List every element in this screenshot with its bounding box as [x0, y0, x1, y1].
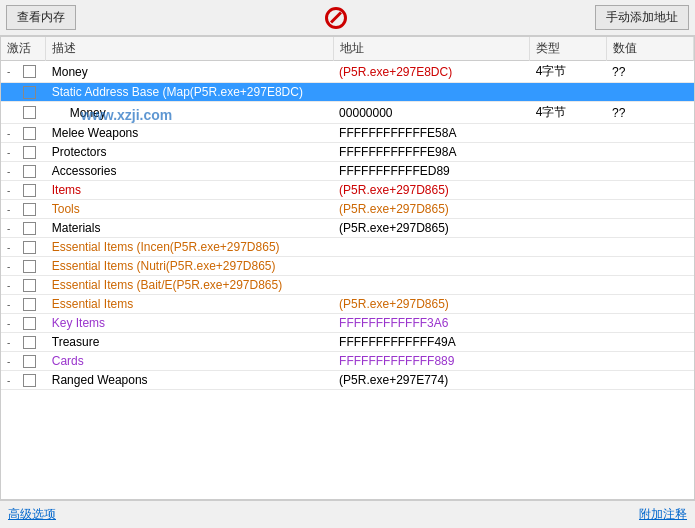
manual-add-button[interactable]: 手动添加地址: [595, 5, 689, 30]
expand-button[interactable]: -: [7, 299, 19, 310]
advanced-options-link[interactable]: 高级选项: [8, 506, 56, 523]
type-cell: 4字节: [530, 102, 606, 124]
table-row[interactable]: -AccessoriesFFFFFFFFFFFED89: [1, 162, 694, 181]
activate-cell[interactable]: -: [1, 333, 46, 352]
activate-cell[interactable]: -: [1, 200, 46, 219]
expand-button[interactable]: -: [7, 242, 19, 253]
table-row[interactable]: -Essential Items (Incen(P5R.exe+297D865): [1, 238, 694, 257]
desc-cell: Essential Items (Bait/E(P5R.exe+297D865): [46, 276, 333, 295]
desc-cell: Ranged Weapons: [46, 371, 333, 390]
row-checkbox[interactable]: [23, 317, 36, 330]
expand-button[interactable]: -: [7, 280, 19, 291]
row-checkbox[interactable]: [23, 336, 36, 349]
header-type: 类型: [530, 37, 606, 61]
activate-cell[interactable]: [1, 102, 46, 124]
row-checkbox[interactable]: [23, 127, 36, 140]
row-checkbox[interactable]: [23, 222, 36, 235]
expand-button[interactable]: -: [7, 261, 19, 272]
table-row[interactable]: -Key ItemsFFFFFFFFFFFF3A6: [1, 314, 694, 333]
table-row[interactable]: -Essential Items (Bait/E(P5R.exe+297D865…: [1, 276, 694, 295]
activate-cell[interactable]: -: [1, 352, 46, 371]
activate-cell[interactable]: -: [1, 219, 46, 238]
expand-button[interactable]: -: [7, 66, 19, 77]
expand-button[interactable]: -: [7, 356, 19, 367]
expand-button[interactable]: -: [7, 337, 19, 348]
header-desc: 描述: [46, 37, 333, 61]
address-cell: [333, 83, 530, 102]
value-cell: ??: [606, 102, 693, 124]
address-cell: [333, 257, 530, 276]
activate-cell[interactable]: -: [1, 61, 46, 83]
type-cell: [530, 371, 606, 390]
type-cell: [530, 333, 606, 352]
row-checkbox[interactable]: [23, 184, 36, 197]
table-row[interactable]: Money000000004字节??: [1, 102, 694, 124]
activate-cell[interactable]: -: [1, 295, 46, 314]
table-row[interactable]: -TreasureFFFFFFFFFFFFF49A: [1, 333, 694, 352]
row-checkbox[interactable]: [23, 146, 36, 159]
desc-cell: Key Items: [46, 314, 333, 333]
expand-button[interactable]: -: [7, 223, 19, 234]
value-cell: [606, 371, 693, 390]
table-row[interactable]: -ProtectorsFFFFFFFFFFFFE98A: [1, 143, 694, 162]
value-cell: [606, 276, 693, 295]
address-cell: (P5R.exe+297D865): [333, 181, 530, 200]
row-checkbox[interactable]: [23, 203, 36, 216]
type-cell: [530, 314, 606, 333]
table-row[interactable]: -Essential Items (Nutri(P5R.exe+297D865): [1, 257, 694, 276]
value-cell: [606, 219, 693, 238]
activate-cell[interactable]: -: [1, 371, 46, 390]
activate-cell[interactable]: -: [1, 238, 46, 257]
row-checkbox[interactable]: [23, 106, 36, 119]
table-row[interactable]: -Ranged Weapons(P5R.exe+297E774): [1, 371, 694, 390]
stop-circle: [325, 7, 347, 29]
table-row[interactable]: -Tools(P5R.exe+297D865): [1, 200, 694, 219]
check-memory-button[interactable]: 查看内存: [6, 5, 76, 30]
type-cell: [530, 124, 606, 143]
table-row[interactable]: -CardsFFFFFFFFFFFFF889: [1, 352, 694, 371]
row-checkbox[interactable]: [23, 374, 36, 387]
row-checkbox[interactable]: [23, 65, 36, 78]
expand-button[interactable]: -: [7, 185, 19, 196]
row-checkbox[interactable]: [23, 241, 36, 254]
desc-cell: Money: [46, 102, 333, 124]
activate-cell[interactable]: -: [1, 314, 46, 333]
row-checkbox[interactable]: [23, 86, 36, 99]
desc-cell: Treasure: [46, 333, 333, 352]
desc-cell: Accessories: [46, 162, 333, 181]
table-row[interactable]: Static Address Base (Map(P5R.exe+297E8DC…: [1, 83, 694, 102]
expand-button[interactable]: -: [7, 318, 19, 329]
expand-button[interactable]: -: [7, 375, 19, 386]
table-row[interactable]: -Melee WeaponsFFFFFFFFFFFFE58A: [1, 124, 694, 143]
activate-cell[interactable]: -: [1, 181, 46, 200]
row-checkbox[interactable]: [23, 298, 36, 311]
row-checkbox[interactable]: [23, 355, 36, 368]
address-cell: (P5R.exe+297E8DC): [333, 61, 530, 83]
address-cell: FFFFFFFFFFFED89: [333, 162, 530, 181]
activate-cell[interactable]: [1, 83, 46, 102]
table-row[interactable]: -Items(P5R.exe+297D865): [1, 181, 694, 200]
address-cell: FFFFFFFFFFFFE98A: [333, 143, 530, 162]
toolbar-center: [322, 6, 350, 30]
activate-cell[interactable]: -: [1, 257, 46, 276]
desc-cell: Essential Items (Nutri(P5R.exe+297D865): [46, 257, 333, 276]
type-cell: [530, 83, 606, 102]
expand-button[interactable]: -: [7, 147, 19, 158]
row-checkbox[interactable]: [23, 165, 36, 178]
activate-cell[interactable]: -: [1, 124, 46, 143]
expand-button[interactable]: -: [7, 204, 19, 215]
activate-cell[interactable]: -: [1, 143, 46, 162]
toolbar-right: 手动添加地址: [595, 5, 689, 30]
table-row[interactable]: -Money(P5R.exe+297E8DC)4字节??: [1, 61, 694, 83]
row-checkbox[interactable]: [23, 260, 36, 273]
expand-button[interactable]: -: [7, 166, 19, 177]
table-container[interactable]: www.xzji.com 激活 描述 地址 类型 数值 -Money(P5R.e…: [0, 36, 695, 500]
table-row[interactable]: -Essential Items(P5R.exe+297D865): [1, 295, 694, 314]
add-note-link[interactable]: 附加注释: [639, 506, 687, 523]
activate-cell[interactable]: -: [1, 162, 46, 181]
activate-cell[interactable]: -: [1, 276, 46, 295]
table-row[interactable]: -Materials(P5R.exe+297D865): [1, 219, 694, 238]
expand-button[interactable]: -: [7, 128, 19, 139]
type-cell: [530, 276, 606, 295]
row-checkbox[interactable]: [23, 279, 36, 292]
